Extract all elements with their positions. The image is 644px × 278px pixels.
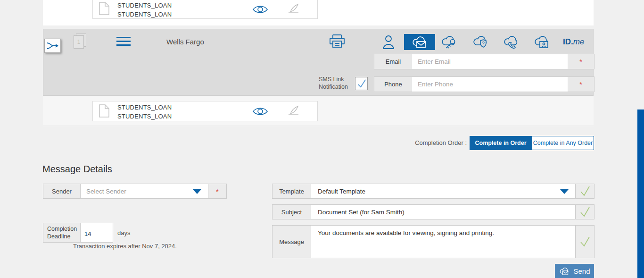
drag-handle-icon[interactable] (116, 37, 131, 48)
template-row: Template Default Template (272, 184, 594, 199)
in-person-signer-icon[interactable] (382, 35, 395, 51)
recipient-order-number: 1 (74, 35, 84, 49)
document-card[interactable]: STUDENTS_LOAN STUDENTS_LOAN (92, 101, 318, 121)
complete-in-order-button[interactable]: Complete in Order (470, 136, 532, 150)
subject-input[interactable] (311, 209, 575, 216)
document-file-icon (99, 104, 109, 119)
cloud-kba-question-icon[interactable]: ? (472, 35, 488, 51)
message-textarea[interactable]: Your documents are available for viewing… (311, 226, 575, 258)
sender-row: Sender Select Sender * (43, 184, 227, 199)
print-delivery-icon[interactable] (330, 34, 345, 50)
template-valid-box (575, 184, 594, 198)
document-name: STUDENTS_LOAN (117, 103, 172, 112)
recipient-order-pages-icon: 1 (74, 34, 88, 50)
phone-required-mark: * (568, 77, 594, 92)
template-value: Default Template (311, 188, 365, 195)
cloud-sms-phone-icon[interactable] (503, 35, 519, 51)
email-label: Email (374, 54, 412, 69)
recipient-panel: 1 Wells Fargo ? ID.me Email * (43, 29, 594, 96)
sender-required-box: * (208, 184, 226, 198)
recipient-name: Wells Fargo (166, 38, 204, 46)
completion-deadline-row: Completion Deadline (43, 223, 113, 243)
message-valid-box (575, 226, 594, 258)
valid-check-icon (579, 206, 591, 218)
sender-dropdown[interactable]: Select Sender (81, 184, 208, 198)
sms-link-notification-checkbox[interactable] (355, 77, 368, 90)
valid-check-icon (579, 185, 591, 197)
template-label: Template (272, 184, 311, 198)
valid-check-icon (579, 236, 591, 247)
merge-order-button[interactable] (44, 39, 61, 53)
expiry-note: Transaction expires after Nov 7, 2024. (73, 243, 177, 250)
sender-placeholder: Select Sender (81, 188, 126, 195)
message-details-heading: Message Details (42, 164, 112, 175)
idme-auth-logo[interactable]: ID.me (563, 37, 584, 47)
send-button[interactable]: Send (555, 264, 594, 278)
preview-eye-icon[interactable] (252, 107, 268, 118)
complete-in-any-order-button[interactable]: Complete in Any Order (532, 136, 594, 150)
deadline-unit-label: days (117, 229, 130, 236)
sender-label: Sender (43, 184, 81, 198)
document-name: STUDENTS_LOAN (117, 1, 172, 10)
cloud-key-auth-icon[interactable] (441, 35, 457, 51)
document-card[interactable]: STUDENTS_LOAN STUDENTS_LOAN (92, 0, 318, 19)
phone-input[interactable] (412, 77, 568, 92)
signature-quill-icon[interactable] (287, 3, 300, 16)
message-label: Message (272, 226, 311, 258)
completion-order-label: Completion Order : (412, 139, 467, 146)
email-input[interactable] (412, 54, 568, 69)
phone-field-row: Phone * (374, 76, 594, 92)
sender-required-mark: * (216, 187, 219, 195)
cloud-id-verification-icon[interactable] (534, 35, 550, 51)
vertical-scrollbar-thumb[interactable] (637, 110, 644, 278)
esign-transaction-page: STUDENTS_LOAN STUDENTS_LOAN 1 Wells Farg… (0, 0, 644, 278)
document-file-icon (99, 2, 109, 17)
sms-link-notification-label: SMS Link Notification (319, 76, 354, 91)
subject-valid-box (575, 205, 594, 219)
document-row-bottom: STUDENTS_LOAN STUDENTS_LOAN (43, 96, 594, 126)
email-required-mark: * (568, 54, 594, 69)
subject-row: Subject (272, 204, 594, 219)
chevron-down-icon[interactable] (193, 189, 201, 194)
message-row: Message Your documents are available for… (272, 225, 594, 258)
document-name: STUDENTS_LOAN (117, 112, 172, 121)
chevron-down-icon[interactable] (560, 189, 569, 194)
document-row-top: STUDENTS_LOAN STUDENTS_LOAN (43, 0, 594, 25)
subject-label: Subject (272, 205, 311, 219)
svg-text:?: ? (482, 41, 485, 46)
email-delivery-icon-selected[interactable] (404, 34, 435, 50)
document-name: STUDENTS_LOAN (117, 10, 172, 19)
send-cloud-envelope-icon (559, 267, 570, 276)
send-button-label: Send (573, 267, 590, 275)
deadline-days-input[interactable] (81, 223, 113, 242)
completion-deadline-label: Completion Deadline (43, 223, 81, 242)
signature-quill-icon[interactable] (287, 105, 300, 118)
phone-label: Phone (374, 77, 412, 92)
preview-eye-icon[interactable] (252, 5, 268, 16)
template-dropdown[interactable]: Default Template (311, 184, 575, 198)
email-field-row: Email * (374, 54, 594, 69)
